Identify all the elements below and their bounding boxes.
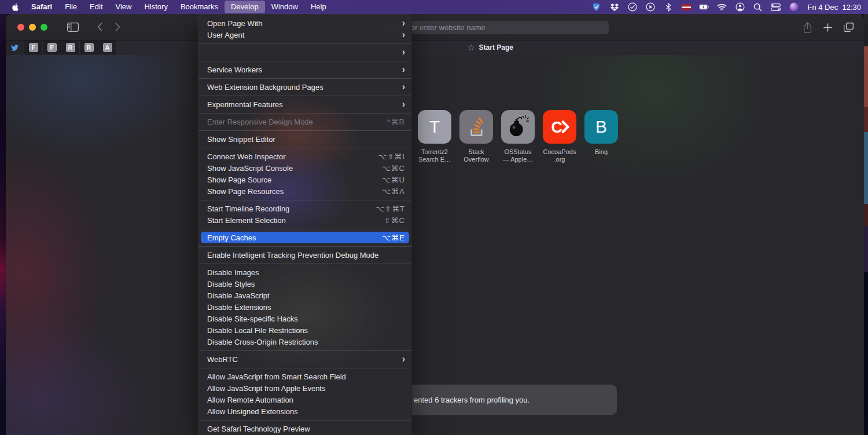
menu-item-connect-web-inspector[interactable]: Connect Web Inspector⌥⇧⌘I	[198, 151, 411, 162]
menubar-item-bookmarks[interactable]: Bookmarks	[174, 1, 225, 13]
control-center-icon[interactable]	[771, 2, 781, 12]
favorite-torrentz2[interactable]: TTorrentz2 Search E…	[418, 110, 451, 163]
battery-charging-icon[interactable]	[699, 2, 709, 12]
menubar-item-help[interactable]: Help	[304, 1, 333, 13]
menu-item-disable-extensions[interactable]: Disable Extensions	[198, 301, 411, 313]
play-circle-icon[interactable]	[645, 2, 656, 12]
submenu-chevron-icon: ›	[402, 82, 405, 92]
menu-item-start-element-selection[interactable]: Start Element Selection⇧⌘C	[198, 214, 411, 226]
letter-favicon: A	[103, 43, 112, 52]
siri-icon[interactable]	[789, 2, 799, 12]
share-icon	[803, 22, 812, 33]
menubar-item-history[interactable]: History	[138, 1, 174, 13]
twitter-bird-icon	[10, 44, 19, 52]
favorites-grid: TTorrentz2 Search E…Stack OverflowOSStat…	[418, 110, 618, 163]
menu-item-allow-unsigned-extensions[interactable]: Allow Unsigned Extensions	[198, 405, 411, 417]
menu-item-disable-local-file-restrictions[interactable]: Disable Local File Restrictions	[198, 324, 411, 336]
apple-menu[interactable]	[6, 0, 25, 14]
menu-separator	[198, 350, 411, 351]
menu-bar-status: Fri 4 Dec 12:30	[591, 2, 868, 12]
menu-item-allow-javascript-from-apple-events[interactable]: Allow JavaScript from Apple Events	[198, 382, 411, 394]
close-window-button[interactable]	[17, 24, 24, 31]
zoom-window-button[interactable]	[41, 24, 47, 31]
menu-item-disable-site-specific-hacks[interactable]: Disable Site-specific Hacks	[198, 313, 411, 324]
develop-menu: Open Page With›User Agent››Service Worke…	[198, 14, 412, 435]
menu-item-get-safari-technology-preview[interactable]: Get Safari Technology Preview	[198, 423, 411, 434]
menu-item-allow-remote-automation[interactable]: Allow Remote Automation	[198, 394, 411, 405]
dropbox-icon[interactable]	[609, 2, 620, 12]
menubar-item-edit[interactable]: Edit	[83, 1, 109, 13]
menu-item-webrtc[interactable]: WebRTC›	[198, 353, 411, 365]
favorite-tile: C	[543, 110, 576, 144]
menu-item-service-workers[interactable]: Service Workers›	[198, 64, 411, 75]
menu-item-show-page-source[interactable]: Show Page Source⌥⌘U	[198, 174, 411, 185]
menubar-item-develop[interactable]: Develop	[225, 1, 265, 13]
menu-separator	[198, 368, 411, 368]
menu-item-empty-caches[interactable]: Empty Caches⌥⌘E	[201, 232, 409, 243]
menu-separator	[198, 200, 411, 200]
menu-separator	[198, 113, 411, 114]
pinned-tab-twitter[interactable]	[6, 41, 24, 54]
menu-bar-clock[interactable]: Fri 4 Dec 12:30	[808, 3, 862, 12]
menu-item-show-page-resources[interactable]: Show Page Resources⌥⌘A	[198, 185, 411, 197]
menu-item-disable-images[interactable]: Disable Images	[198, 266, 411, 278]
back-button[interactable]	[97, 23, 102, 31]
menu-separator	[198, 229, 411, 229]
privacy-report-card[interactable]: ented 6 trackers from profiling you.	[400, 385, 617, 415]
menubar-item-window[interactable]: Window	[265, 1, 304, 13]
favorite-bing[interactable]: BBing	[584, 110, 618, 163]
background-window-sliver	[864, 14, 868, 435]
menubar-item-safari[interactable]: Safari	[25, 1, 58, 13]
user-circle-icon[interactable]	[735, 2, 745, 12]
pinned-tab-a-5[interactable]: A	[98, 41, 117, 54]
stack-overflow-icon	[464, 114, 489, 140]
favorite-cocoapods[interactable]: CCocoaPods .org	[543, 110, 576, 163]
tab-overview-button[interactable]	[844, 23, 854, 32]
favorite-tile: T	[418, 110, 451, 144]
check-circle-icon[interactable]	[627, 2, 638, 12]
shortcut-label: ⌥⌘U	[382, 176, 405, 184]
menu-item-web-extension-background-pages[interactable]: Web Extension Background Pages›	[198, 81, 411, 93]
wifi-icon[interactable]	[717, 2, 727, 12]
share-button[interactable]	[803, 22, 812, 33]
forward-button[interactable]	[115, 23, 120, 31]
menu-item-open-page-with[interactable]: Open Page With›	[198, 17, 411, 29]
adguard-shield-icon[interactable]	[591, 2, 602, 12]
menu-item-disable-styles[interactable]: Disable Styles	[198, 278, 411, 290]
favorite-label: CocoaPods .org	[543, 148, 576, 163]
sidebar-toggle-button[interactable]	[67, 23, 79, 32]
shortcut-label: ⌥⇧⌘I	[378, 152, 406, 161]
menubar-item-view[interactable]: View	[109, 1, 138, 13]
new-tab-button[interactable]	[823, 23, 832, 32]
menubar-item-file[interactable]: File	[58, 1, 83, 13]
menu-item-experimental-features[interactable]: Experimental Features›	[198, 98, 411, 110]
pinned-tab-f-1[interactable]: F	[24, 41, 43, 54]
cocoapods-icon: C	[546, 114, 573, 140]
favorite-osstatus[interactable]: OSStatus — Apple…	[501, 110, 535, 163]
menu-item-device[interactable]: ›	[198, 46, 411, 58]
menu-item-show-snippet-editor[interactable]: Show Snippet Editor	[198, 133, 411, 145]
pinned-tab-r-3[interactable]: R	[61, 41, 80, 54]
menu-item-show-javascript-console[interactable]: Show JavaScript Console⌥⌘C	[198, 162, 411, 174]
menu-item-enable-intelligent-tracking-prevention-debug-mode[interactable]: Enable Intelligent Tracking Prevention D…	[198, 249, 411, 261]
active-tab-title: Start Page	[479, 43, 513, 52]
menu-item-user-agent[interactable]: User Agent›	[198, 29, 411, 41]
toolbar-right-actions	[803, 14, 854, 41]
minimize-window-button[interactable]	[29, 24, 36, 31]
bluetooth-icon[interactable]	[663, 2, 674, 12]
menu-item-disable-cross-origin-restrictions[interactable]: Disable Cross-Origin Restrictions	[198, 336, 411, 348]
shortcut-label: ^⌘R	[387, 118, 406, 126]
menu-item-disable-javascript[interactable]: Disable JavaScript	[198, 290, 411, 301]
menu-item-start-timeline-recording[interactable]: Start Timeline Recording⌥⇧⌘T	[198, 203, 411, 214]
latvian-flag-icon[interactable]	[681, 2, 692, 12]
menu-item-allow-javascript-from-smart-search-field[interactable]: Allow JavaScript from Smart Search Field	[198, 371, 411, 382]
favorite-stack[interactable]: Stack Overflow	[459, 110, 493, 163]
menu-item-enter-responsive-design-mode[interactable]: Enter Responsive Design Mode^⌘R	[198, 116, 411, 127]
submenu-chevron-icon: ›	[402, 99, 405, 109]
pinned-tab-f-2[interactable]: F	[43, 41, 61, 54]
spotlight-search-icon[interactable]	[753, 2, 763, 12]
pinned-tab-r-4[interactable]: R	[80, 41, 98, 54]
menu-separator	[198, 78, 411, 79]
privacy-report-text: ented 6 trackers from profiling you.	[414, 396, 529, 404]
menu-separator	[198, 420, 411, 421]
